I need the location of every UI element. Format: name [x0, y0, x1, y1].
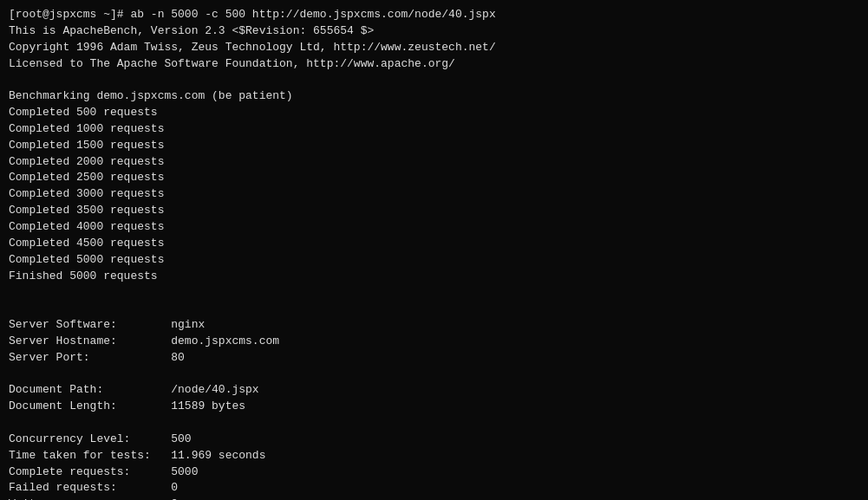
terminal-line: Completed 4500 requests	[9, 236, 859, 252]
terminal-line: Document Length: 11589 bytes	[9, 399, 859, 415]
terminal-line: Write errors: 0	[9, 497, 859, 500]
terminal-line: [root@jspxcms ~]# ab -n 5000 -c 500 http…	[9, 7, 859, 23]
terminal-line: Server Port: 80	[9, 350, 859, 367]
terminal-line: Complete requests: 5000	[9, 464, 859, 481]
terminal-output: [root@jspxcms ~]# ab -n 5000 -c 500 http…	[9, 7, 859, 500]
terminal-line	[9, 367, 859, 383]
terminal-line: Failed requests: 0	[9, 480, 859, 497]
terminal-line: Copyright 1996 Adam Twiss, Zeus Technolo…	[9, 40, 859, 56]
terminal-line: This is ApacheBench, Version 2.3 <$Revis…	[9, 23, 859, 40]
terminal-line	[9, 72, 859, 88]
terminal-line: Completed 3500 requests	[9, 203, 859, 219]
terminal-line: Completed 3000 requests	[9, 186, 859, 203]
terminal-line: Concurrency Level: 500	[9, 432, 859, 448]
terminal-line	[9, 284, 859, 301]
terminal-line: Completed 1000 requests	[9, 121, 859, 138]
terminal-line: Server Hostname: demo.jspxcms.com	[9, 334, 859, 350]
terminal-line: Completed 1500 requests	[9, 138, 859, 154]
terminal-line: Completed 2000 requests	[9, 154, 859, 171]
terminal-line: Completed 500 requests	[9, 105, 859, 121]
terminal-line: Document Path: /node/40.jspx	[9, 382, 859, 399]
terminal-line: Time taken for tests: 11.969 seconds	[9, 448, 859, 464]
terminal-line	[9, 415, 859, 432]
terminal-line: Licensed to The Apache Software Foundati…	[9, 56, 859, 73]
terminal-line: Completed 4000 requests	[9, 219, 859, 236]
terminal-line: Finished 5000 requests	[9, 269, 859, 285]
terminal-line: Server Software: nginx	[9, 317, 859, 334]
terminal-line: Benchmarking demo.jspxcms.com (be patien…	[9, 88, 859, 105]
terminal-line	[9, 301, 859, 317]
terminal-line: Completed 2500 requests	[9, 170, 859, 186]
terminal-line: Completed 5000 requests	[9, 252, 859, 269]
